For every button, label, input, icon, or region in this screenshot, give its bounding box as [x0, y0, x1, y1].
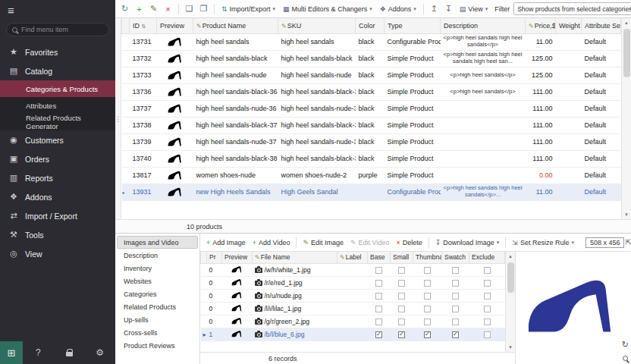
sidebar-item-categories-products[interactable]: Categories & Products [0, 80, 115, 97]
store-button[interactable]: ⊞ [0, 341, 23, 364]
col-sku[interactable]: ✎SKU [278, 18, 356, 33]
collapse-all-button[interactable]: ↧ [442, 2, 455, 16]
cell-file-name[interactable]: /w/h/white_1.jpg [253, 263, 337, 276]
scroll-up-icon[interactable]: ▲ [622, 18, 631, 27]
sidebar-item-attributes[interactable]: Attributes [0, 97, 115, 114]
cell-swatch[interactable] [442, 263, 469, 276]
cell-product-name[interactable]: high heel sandals [193, 33, 278, 50]
cell-price[interactable]: 125.00 [526, 50, 556, 67]
download-image-button[interactable]: ↧Download Image▾ [432, 236, 503, 249]
thumbnail-checkbox[interactable] [424, 318, 431, 325]
delete-image-button[interactable]: ×Delete [393, 236, 425, 249]
cell-product-name[interactable]: new High Heels Sandals [193, 184, 278, 200]
sidebar-search[interactable]: Find menu item [6, 23, 109, 36]
addons-dropdown[interactable]: ❖ Addons ▾ [377, 2, 419, 16]
settings-button[interactable]: ⚙ [84, 341, 115, 364]
cell-sku[interactable]: High Geels Sandal [278, 184, 356, 200]
import-export-dropdown[interactable]: ⇅ Import/Export ▾ [218, 2, 278, 16]
cell-thumbnail[interactable] [413, 289, 442, 302]
cell-swatch[interactable] [442, 289, 469, 302]
row-expander[interactable]: ▸ [122, 184, 130, 200]
sidebar-item-reports[interactable]: ▥ Reports [0, 168, 115, 187]
small-checkbox[interactable] [398, 280, 405, 287]
cell-small[interactable] [391, 289, 413, 302]
col-color[interactable]: Color [356, 18, 385, 33]
base-checkbox[interactable] [375, 318, 382, 325]
col-type[interactable]: Type [385, 18, 441, 33]
row-expander[interactable] [122, 50, 130, 67]
table-row[interactable]: 13817 women shoes-nude women shoes-nude-… [122, 167, 621, 184]
detail-tab[interactable]: Websites [117, 275, 198, 287]
row-expander[interactable] [122, 133, 130, 150]
cell-label[interactable] [337, 289, 368, 302]
row-expander[interactable] [122, 100, 130, 117]
cell-price[interactable]: 125.00 [526, 67, 556, 83]
cell-exclude[interactable] [469, 328, 505, 340]
small-checkbox[interactable] [398, 267, 405, 274]
cell-sku[interactable]: high heel sandals-black [278, 50, 356, 67]
exclude-checkbox[interactable] [484, 318, 491, 325]
base-checkbox[interactable] [375, 306, 382, 312]
cell-price[interactable]: 111.00 [526, 150, 556, 167]
cell-thumbnail[interactable] [413, 263, 442, 276]
cell-thumbnail[interactable] [413, 328, 442, 340]
cell-sku[interactable]: high heel sandals-nude-37 [278, 133, 356, 150]
thumbnail-checkbox[interactable] [424, 267, 431, 274]
detail-tab[interactable]: Cross-sells [117, 326, 198, 339]
cell-base[interactable] [368, 315, 391, 328]
scroll-up-icon[interactable]: ▲ [506, 252, 515, 261]
thumbnail-checkbox[interactable] [424, 306, 431, 312]
cell-price[interactable]: 0.00 [526, 167, 556, 184]
cell-sku[interactable]: high heel sandals-black-38 [278, 150, 356, 167]
col-label[interactable]: ✎Label [337, 252, 368, 263]
cell-exclude[interactable] [469, 315, 505, 328]
cell-file-name[interactable]: /n/u/nude.jpg [253, 289, 337, 302]
cell-product-name[interactable]: high heel sandals-nude-37 [193, 133, 278, 150]
row-expander[interactable] [122, 83, 130, 100]
cell-product-name[interactable]: high heel sandals-black-37 [193, 117, 278, 133]
help-button[interactable]: ? [23, 341, 54, 364]
images-vertical-scrollbar[interactable]: ▲ ▼ [505, 252, 515, 352]
filter-select[interactable]: Show products from selected categories [513, 2, 631, 15]
hamburger-menu-icon[interactable]: ≡ [8, 4, 14, 17]
row-expander[interactable] [122, 33, 130, 50]
detail-tab[interactable]: Images and Video [117, 236, 198, 249]
cell-thumbnail[interactable] [413, 276, 442, 289]
table-row[interactable]: 13736 high heel sandals-black-36 high he… [122, 83, 621, 100]
thumbnail-checkbox[interactable] [424, 331, 431, 338]
detail-tab[interactable]: Categories [117, 287, 198, 300]
col-small[interactable]: Small [391, 252, 413, 263]
small-checkbox[interactable] [398, 331, 405, 338]
sidebar-item-import-export[interactable]: ⇄ Import / Export [0, 206, 115, 225]
cell-sku[interactable]: high heel sandals-black-37 [278, 117, 356, 133]
col-attribute-set[interactable]: Attribute Set Name [582, 18, 621, 33]
cell-base[interactable] [368, 276, 391, 289]
sidebar-item-addons[interactable]: ❖ Addons [0, 187, 115, 206]
cell-small[interactable] [391, 315, 413, 328]
exclude-checkbox[interactable] [484, 267, 491, 274]
swatch-checkbox[interactable] [452, 293, 459, 300]
delete-product-button[interactable]: × [162, 2, 174, 16]
cell-base[interactable] [368, 289, 391, 302]
multi-editors-dropdown[interactable]: ▦ Multi Editors & Changers ▾ [280, 2, 375, 16]
swatch-checkbox[interactable] [452, 306, 459, 312]
swatch-checkbox[interactable] [452, 267, 459, 274]
cell-exclude[interactable] [469, 302, 505, 315]
cell-exclude[interactable] [469, 276, 505, 289]
cell-product-name[interactable]: women shoes-nude [193, 167, 278, 184]
cell-thumbnail[interactable] [413, 315, 442, 328]
cell-file-name[interactable]: /r/e/red_1.jpg [253, 276, 337, 289]
vertical-scrollbar[interactable]: ▲ ▼ [621, 18, 631, 219]
table-row[interactable]: 13737 high heel sandals-nude-36 high hee… [122, 100, 621, 117]
row-expander[interactable] [122, 117, 130, 133]
sidebar-item-view[interactable]: ◎ View [0, 244, 115, 263]
sidebar-item-related-products-generator[interactable]: Related Products Generator [0, 114, 115, 130]
zoom-icon[interactable] [623, 356, 628, 361]
image-row[interactable]: 0 /r/e/red_1.jpg [201, 276, 505, 289]
detail-tab[interactable]: Description [117, 249, 198, 262]
refresh-button[interactable]: ↻ [118, 2, 131, 16]
cell-product-name[interactable]: high heel sandals-nude-36 [193, 100, 278, 117]
cell-price[interactable]: 111.00 [526, 100, 556, 117]
lock-button[interactable] [54, 341, 85, 364]
image-row[interactable]: ▸ 1 /b/l/blue_6.jpg [201, 328, 505, 340]
